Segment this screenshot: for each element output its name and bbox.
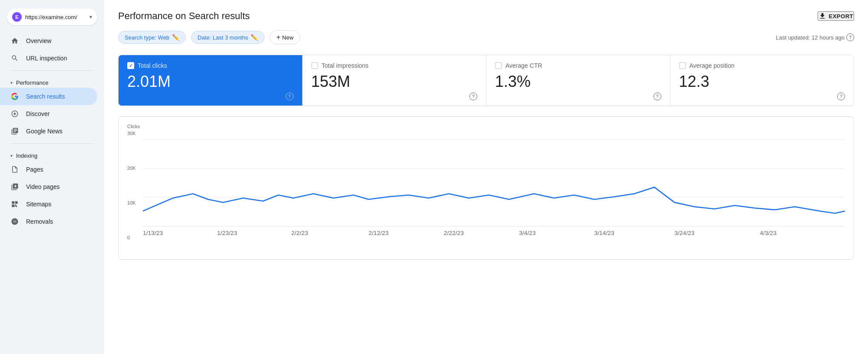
sidebar-item-removals[interactable]: Removals [0,213,97,230]
sidebar-item-google-news[interactable]: Google News [0,122,97,140]
metric-header: ✓ Total clicks [127,62,294,69]
news-icon [10,127,19,136]
search-type-filter[interactable]: Search type: Web ✏️ [118,31,186,44]
sidebar-item-label: Google News [26,128,63,135]
sidebar-item-discover[interactable]: Discover [0,105,97,122]
edit-icon: ✏️ [172,34,179,41]
help-icon[interactable]: ? [286,93,294,100]
edit-icon: ✏️ [251,34,258,41]
metric-value: 153M [311,73,478,91]
divider-2 [10,143,94,144]
metric-value: 2.01M [127,73,294,91]
metric-total-impressions[interactable]: Total impressions 153M ? [303,55,487,106]
plus-icon: + [276,33,280,41]
metric-label: Total impressions [322,62,369,69]
metric-checkbox: ✓ [127,62,134,69]
performance-section-header[interactable]: ▾ Performance [0,74,104,88]
divider-1 [10,70,94,71]
sidebar-item-label: Video pages [26,183,60,190]
metric-checkbox [311,62,318,69]
chart-container: Clicks 30K 20K 10K 0 [118,116,854,260]
metric-checkbox [495,62,502,69]
x-label: 1/13/23 [143,230,163,236]
chevron-down-icon: ▾ [89,14,92,20]
date-filter[interactable]: Date: Last 3 months ✏️ [191,31,264,44]
metric-value: 12.3 [679,73,845,91]
metric-header: Total impressions [311,62,478,69]
new-filter-button[interactable]: + New [270,30,300,44]
metric-average-ctr[interactable]: Average CTR 1.3% ? [486,55,670,106]
sidebar-item-label: Pages [26,166,43,173]
metric-total-clicks[interactable]: ✓ Total clicks 2.01M ? [119,55,303,106]
removals-icon [10,217,19,226]
google-icon [10,92,19,101]
indexing-label: Indexing [16,152,37,159]
main-content: Performance on Search results EXPORT Sea… [104,0,868,354]
home-icon [10,36,19,45]
export-button[interactable]: EXPORT [818,11,854,21]
y-label-30k: 30K [127,131,139,136]
y-label-0: 0 [127,235,139,240]
metric-value: 1.3% [495,73,661,91]
video-icon [10,182,19,191]
x-label: 1/23/23 [217,230,237,236]
x-label: 3/14/23 [594,230,614,236]
download-icon [818,12,826,20]
metric-average-position[interactable]: Average position 12.3 ? [670,55,854,106]
page-header: Performance on Search results EXPORT [118,10,854,22]
indexing-section-header[interactable]: ▾ Indexing [0,147,104,161]
sidebar-item-label: Removals [26,218,53,225]
metric-label: Total clicks [138,62,167,69]
page-title: Performance on Search results [118,10,250,22]
metric-label: Average CTR [505,62,542,69]
x-label: 2/22/23 [444,230,464,236]
sidebar-item-label: URL inspection [26,55,67,62]
help-icon[interactable]: ? [837,93,845,100]
sidebar-item-pages[interactable]: Pages [0,161,97,178]
last-updated-text: Last updated: 12 hours ago [776,34,845,41]
chart-svg: 1/13/23 1/23/23 2/2/23 2/12/23 2/22/23 3… [143,131,845,252]
last-updated: Last updated: 12 hours ago ? [776,33,854,41]
x-label: 3/4/23 [519,230,536,236]
sidebar-item-sitemaps[interactable]: Sitemaps [0,195,97,213]
pages-icon [10,165,19,174]
metric-checkbox [679,62,686,69]
new-label: New [282,34,294,41]
search-icon [10,54,19,63]
date-label: Date: Last 3 months [198,34,248,41]
sidebar-item-search-results[interactable]: Search results [0,88,97,105]
y-label-20k: 20K [127,165,139,171]
sidebar-item-overview[interactable]: Overview [0,32,97,50]
chart-y-label: Clicks [127,124,845,129]
performance-label: Performance [16,79,48,86]
sidebar: E https://examine.com/ ▾ Overview URL in… [0,0,104,354]
sidebar-item-video-pages[interactable]: Video pages [0,178,97,195]
site-url: https://examine.com/ [25,14,86,20]
sidebar-item-label: Discover [26,110,50,117]
metric-header: Average position [679,62,845,69]
sidebar-item-label: Overview [26,37,51,44]
sidebar-item-label: Search results [26,93,65,100]
search-type-label: Search type: Web [125,34,169,41]
chevron-icon: ▾ [10,80,13,85]
sitemaps-icon [10,200,19,208]
sidebar-item-url-inspection[interactable]: URL inspection [0,50,97,67]
help-icon[interactable]: ? [653,93,661,100]
asterisk-icon [10,109,19,118]
y-label-10k: 10K [127,200,139,205]
metrics-row: ✓ Total clicks 2.01M ? Total impressions… [118,55,854,106]
url-selector[interactable]: E https://examine.com/ ▾ [7,9,97,25]
x-label: 2/12/23 [369,230,389,236]
x-label: 3/24/23 [674,230,694,236]
metric-header: Average CTR [495,62,661,69]
x-label: 4/3/23 [760,230,777,236]
help-icon[interactable]: ? [846,33,854,41]
site-favicon: E [12,12,22,22]
sidebar-item-label: Sitemaps [26,201,51,208]
x-label: 2/2/23 [291,230,308,236]
help-icon[interactable]: ? [469,93,477,100]
chevron-icon: ▾ [10,153,13,158]
toolbar: Search type: Web ✏️ Date: Last 3 months … [118,30,854,44]
metric-label: Average position [690,62,735,69]
